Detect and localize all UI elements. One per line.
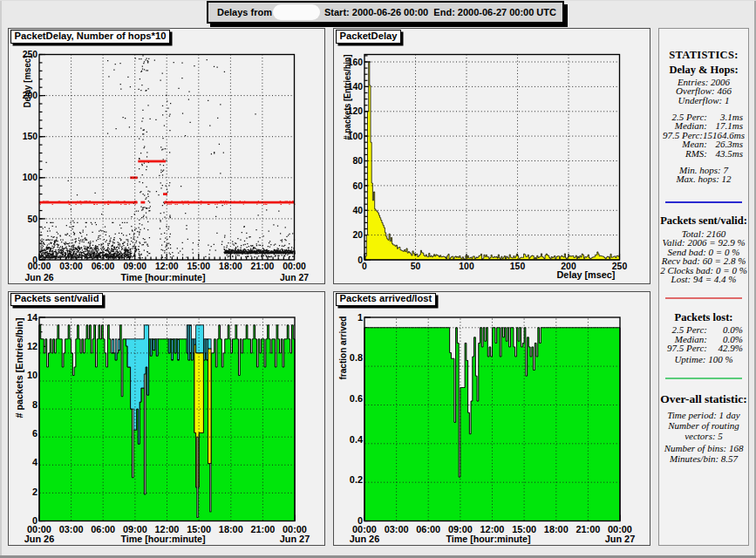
- svg-text:18:00: 18:00: [219, 262, 242, 271]
- svg-text:Delay [msec]: Delay [msec]: [22, 55, 31, 107]
- svg-text:0.2: 0.2: [349, 474, 362, 485]
- svg-text:00:00: 00:00: [352, 523, 377, 534]
- svg-text:2: 2: [31, 486, 37, 496]
- svg-text:12: 12: [26, 341, 37, 351]
- svg-text:1: 1: [357, 311, 362, 322]
- svg-text:21:00: 21:00: [250, 262, 274, 271]
- svg-text:0.8: 0.8: [349, 352, 362, 363]
- svg-text:03:00: 03:00: [59, 262, 83, 271]
- svg-text:6: 6: [31, 428, 37, 439]
- svg-text:100: 100: [22, 173, 37, 182]
- svg-text:03:00: 03:00: [58, 523, 83, 534]
- svg-text:0.6: 0.6: [349, 393, 362, 404]
- svg-text:Time [hour:minute]: Time [hour:minute]: [120, 273, 205, 282]
- svg-text:00:00: 00:00: [27, 262, 51, 271]
- svg-text:10: 10: [26, 370, 37, 380]
- svg-text:0: 0: [31, 515, 37, 526]
- svg-text:# packets [Entries/bin]: # packets [Entries/bin]: [343, 55, 352, 140]
- svg-text:18:00: 18:00: [543, 523, 568, 534]
- svg-text:12:00: 12:00: [154, 523, 179, 534]
- svg-text:15:00: 15:00: [512, 523, 536, 534]
- svg-text:Time [hour:minute]: Time [hour:minute]: [120, 534, 205, 544]
- svg-text:00:00: 00:00: [283, 523, 307, 534]
- svg-text:150: 150: [509, 262, 525, 271]
- svg-text:15:00: 15:00: [187, 523, 211, 534]
- svg-text:Time [hour:minute]: Time [hour:minute]: [446, 534, 530, 544]
- svg-text:06:00: 06:00: [91, 262, 114, 271]
- svg-text:Delay [msec]: Delay [msec]: [556, 270, 615, 280]
- svg-text:Jun 26: Jun 26: [349, 534, 379, 544]
- svg-text:09:00: 09:00: [123, 262, 146, 271]
- svg-text:12:00: 12:00: [480, 523, 504, 534]
- svg-text:0: 0: [362, 262, 367, 271]
- svg-text:0: 0: [358, 255, 363, 265]
- svg-text:14: 14: [26, 311, 37, 322]
- svg-text:0: 0: [32, 255, 37, 265]
- svg-text:80: 80: [352, 156, 363, 166]
- svg-text:# packets [Entries/bin]: # packets [Entries/bin]: [14, 317, 24, 418]
- svg-text:12:00: 12:00: [154, 262, 178, 271]
- svg-text:Jun 27: Jun 27: [604, 534, 635, 544]
- svg-text:20: 20: [352, 230, 363, 240]
- svg-text:21:00: 21:00: [576, 523, 600, 534]
- svg-text:09:00: 09:00: [122, 523, 146, 534]
- svg-text:21:00: 21:00: [250, 523, 275, 534]
- svg-text:Jun 26: Jun 26: [24, 534, 54, 544]
- svg-text:15:00: 15:00: [187, 262, 210, 271]
- svg-text:06:00: 06:00: [416, 523, 440, 534]
- svg-text:60: 60: [352, 181, 363, 191]
- svg-text:06:00: 06:00: [91, 523, 115, 534]
- svg-text:00:00: 00:00: [27, 523, 51, 534]
- svg-text:18:00: 18:00: [218, 523, 242, 534]
- svg-text:fraction arrived: fraction arrived: [337, 316, 348, 379]
- svg-text:100: 100: [459, 262, 474, 271]
- svg-text:03:00: 03:00: [384, 523, 408, 534]
- svg-text:00:00: 00:00: [608, 523, 632, 534]
- svg-text:Jun 27: Jun 27: [280, 273, 309, 282]
- svg-text:50: 50: [410, 262, 420, 271]
- svg-text:150: 150: [22, 132, 37, 141]
- svg-text:Jun 27: Jun 27: [279, 534, 310, 544]
- svg-text:4: 4: [31, 457, 37, 467]
- svg-text:09:00: 09:00: [447, 523, 472, 534]
- svg-text:40: 40: [352, 206, 363, 215]
- svg-text:0.4: 0.4: [349, 433, 362, 444]
- svg-text:00:00: 00:00: [283, 262, 306, 271]
- svg-text:0: 0: [357, 515, 362, 526]
- svg-text:50: 50: [27, 214, 37, 224]
- svg-text:8: 8: [31, 398, 37, 409]
- svg-text:Jun 26: Jun 26: [24, 273, 53, 282]
